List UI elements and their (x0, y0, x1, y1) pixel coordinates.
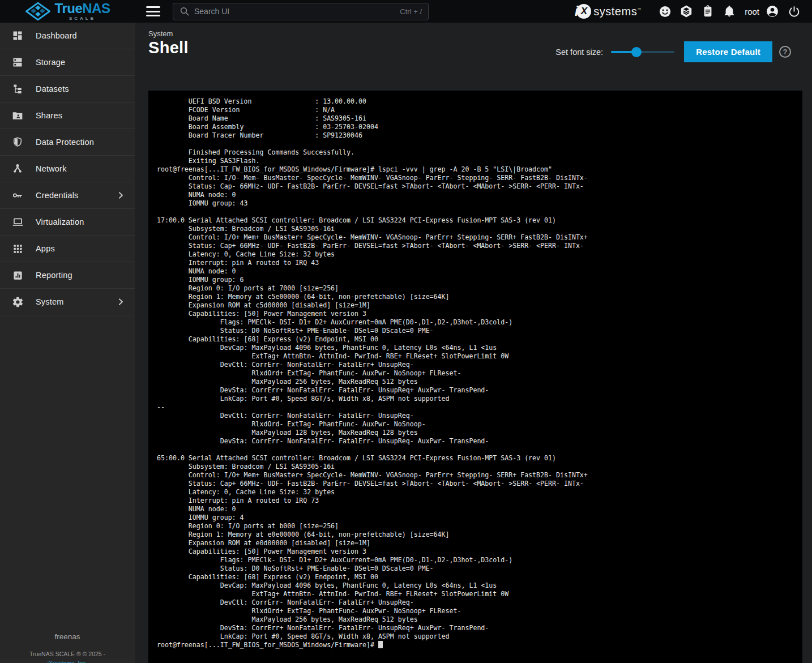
terminal-text: UEFI BSD Version : 13.00.00.00 FCODE Ver… (157, 97, 588, 649)
topbar-right: i X systems ™ (575, 0, 812, 23)
copyright-label: TrueNAS SCALE ® © 2025 - (0, 651, 135, 657)
chevron-right-icon (116, 297, 126, 307)
sidebar-item-apps[interactable]: Apps (0, 236, 135, 262)
brand-edition: SCALE (69, 16, 96, 21)
search-box[interactable]: Ctrl + / (173, 3, 429, 20)
power-icon[interactable] (783, 0, 805, 23)
chevron-right-icon (116, 190, 126, 200)
laptop-icon (11, 216, 24, 228)
sidebar-item-label: Reporting (36, 271, 72, 280)
sidebar-item-label: Network (36, 164, 67, 173)
help-icon[interactable]: ? (779, 46, 791, 58)
truecommand-icon[interactable] (676, 0, 697, 23)
sidebar-item-label: Shares (36, 111, 62, 120)
topbar: TrueNAS SCALE Ctrl + / i X systems ™ (0, 0, 812, 23)
terminal-cursor (378, 641, 383, 648)
ixsystems-logo: i X systems ™ (575, 4, 641, 19)
shares-icon (11, 109, 24, 122)
user-avatar-icon[interactable] (762, 0, 783, 23)
terminal-output: UEFI BSD Version : 13.00.00.00 FCODE Ver… (157, 97, 802, 649)
jobs-clipboard-icon[interactable] (697, 0, 719, 23)
username-label: root (745, 7, 759, 16)
shell-controls: Set font size: Restore Default ? (555, 41, 791, 62)
breadcrumb[interactable]: System (148, 29, 173, 38)
feedback-smiley-icon[interactable] (654, 0, 676, 23)
sidebar-item-storage[interactable]: Storage (0, 49, 135, 76)
sidebar-item-shares[interactable]: Shares (0, 102, 135, 129)
sidebar-footer: freenas TrueNAS SCALE ® © 2025 - iXsyste… (0, 632, 135, 663)
sidebar-item-datasets[interactable]: Datasets (0, 76, 135, 102)
sidebar-item-network[interactable]: Network (0, 156, 135, 182)
hostname-label: freenas (0, 632, 135, 641)
sidebar-item-credentials[interactable]: Credentials (0, 182, 135, 209)
ixsystems-x-badge: X (576, 4, 591, 19)
bar-chart-icon (11, 269, 24, 281)
sidebar-item-data-protection[interactable]: Data Protection (0, 129, 135, 156)
search-icon (180, 6, 190, 16)
hamburger-icon[interactable] (146, 6, 160, 16)
sidebar-item-label: Storage (36, 58, 65, 67)
shield-icon (11, 136, 24, 148)
sidebar-item-label: System (36, 297, 64, 306)
brand-name: TrueNAS (55, 2, 110, 15)
search-input[interactable] (194, 7, 400, 16)
sidebar-item-label: Datasets (36, 84, 69, 93)
gear-icon (11, 296, 24, 308)
page-title: Shell (148, 39, 189, 57)
network-icon (11, 162, 24, 175)
sidebar-item-label: Virtualization (36, 217, 84, 226)
truenas-logo-icon (25, 2, 51, 21)
vendor-link[interactable]: iXsystems, Inc. (0, 660, 135, 663)
search-shortcut-hint: Ctrl + / (400, 7, 422, 16)
sidebar-item-reporting[interactable]: Reporting (0, 262, 135, 289)
restore-default-button[interactable]: Restore Default (684, 41, 772, 62)
alerts-bell-icon[interactable] (719, 0, 740, 23)
font-size-label: Set font size: (555, 48, 603, 57)
sidebar-item-dashboard[interactable]: Dashboard (0, 23, 135, 49)
terminal[interactable]: UEFI BSD Version : 13.00.00.00 FCODE Ver… (148, 91, 802, 663)
dashboard-icon (11, 29, 24, 42)
truenas-logo: TrueNAS SCALE (0, 0, 135, 23)
sidebar-item-label: Credentials (36, 191, 79, 200)
font-size-slider[interactable] (611, 47, 674, 57)
key-icon (11, 189, 24, 202)
main-content: System Shell Set font size: Restore Defa… (135, 23, 812, 663)
sidebar-item-label: Data Protection (36, 138, 94, 147)
sidebar-item-virtualization[interactable]: Virtualization (0, 209, 135, 236)
sidebar-item-system[interactable]: System (0, 289, 135, 315)
apps-grid-icon (11, 242, 24, 255)
sidebar-item-label: Apps (36, 244, 55, 253)
storage-icon (11, 56, 24, 69)
font-size-slider-thumb[interactable] (631, 47, 642, 57)
datasets-icon (11, 83, 24, 95)
sidebar: Dashboard Storage Datasets (0, 23, 135, 663)
sidebar-item-label: Dashboard (36, 31, 77, 40)
